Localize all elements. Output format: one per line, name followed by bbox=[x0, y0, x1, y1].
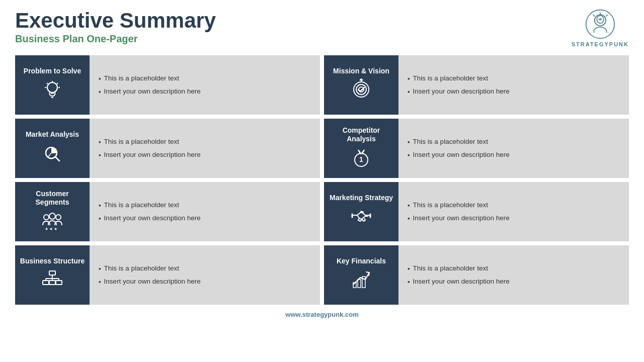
card-label-market-analysis: Market Analysis bbox=[15, 119, 90, 178]
list-item: This is a placeholder text bbox=[408, 74, 620, 82]
list-item: This is a placeholder text bbox=[99, 264, 311, 273]
page-subtitle: Business Plan One-Pager bbox=[15, 33, 216, 45]
card-title-competitor-analysis: Competitor Analysis bbox=[328, 126, 394, 143]
list-item: Insert your own description here bbox=[408, 151, 620, 159]
svg-line-3 bbox=[593, 15, 594, 16]
card-title-mission-vision: Mission & Vision bbox=[333, 67, 389, 75]
card-problem-to-solve: Problem to Solve bbox=[15, 55, 320, 115]
list-item: This is a placeholder text bbox=[99, 138, 311, 146]
list-item: This is a placeholder text bbox=[408, 138, 620, 146]
svg-text:★ ★ ★: ★ ★ ★ bbox=[45, 227, 57, 231]
right-column: Mission & Vision bbox=[324, 55, 629, 305]
header-left: Executive Summary Business Plan One-Page… bbox=[15, 9, 216, 45]
card-title-customer-segments: Customer Segments bbox=[19, 190, 86, 207]
card-key-financials: Key Financials bbox=[324, 245, 629, 305]
card-mission-vision: Mission & Vision bbox=[324, 55, 629, 115]
chart-search-icon bbox=[41, 142, 63, 166]
svg-point-19 bbox=[44, 215, 49, 220]
list-item: Insert your own description here bbox=[408, 87, 620, 96]
list-item: Insert your own description here bbox=[99, 278, 311, 286]
main-grid: Problem to Solve bbox=[0, 51, 644, 309]
card-label-marketing-strategy: Marketing Strategy bbox=[324, 182, 398, 241]
svg-text:1: 1 bbox=[359, 155, 363, 163]
card-content-business-structure: This is a placeholder text Insert your o… bbox=[90, 245, 320, 305]
target-icon bbox=[350, 78, 372, 103]
list-item: Insert your own description here bbox=[99, 214, 311, 222]
list-item: This is a placeholder text bbox=[408, 201, 620, 209]
page-container: Executive Summary Business Plan One-Page… bbox=[0, 0, 644, 319]
card-label-competitor-analysis: Competitor Analysis 1 bbox=[324, 119, 398, 178]
svg-rect-29 bbox=[43, 281, 49, 285]
svg-line-4 bbox=[606, 15, 607, 16]
card-content-problem-to-solve: This is a placeholder text Insert your o… bbox=[90, 55, 320, 115]
svg-rect-23 bbox=[49, 271, 55, 275]
card-title-business-structure: Business Structure bbox=[20, 257, 85, 265]
header: Executive Summary Business Plan One-Page… bbox=[0, 0, 644, 51]
card-label-key-financials: Key Financials bbox=[324, 245, 398, 305]
card-label-customer-segments: Customer Segments ★ ★ ★ bbox=[15, 182, 90, 241]
page-title: Executive Summary bbox=[15, 9, 216, 32]
svg-point-20 bbox=[49, 213, 55, 219]
left-column: Problem to Solve bbox=[15, 55, 320, 305]
card-title-marketing-strategy: Marketing Strategy bbox=[330, 194, 393, 202]
card-content-mission-vision: This is a placeholder text Insert your o… bbox=[398, 55, 629, 115]
list-item: This is a placeholder text bbox=[99, 201, 311, 209]
list-item: This is a placeholder text bbox=[408, 264, 620, 273]
card-content-competitor-analysis: This is a placeholder text Insert your o… bbox=[398, 119, 629, 178]
logo-area: STRATEGYPUNK bbox=[572, 9, 629, 47]
card-competitor-analysis: Competitor Analysis 1 bbox=[324, 119, 629, 178]
card-label-mission-vision: Mission & Vision bbox=[324, 55, 398, 115]
footer: www.strategypunk.com bbox=[0, 309, 644, 319]
org-chart-icon bbox=[41, 268, 63, 293]
card-label-business-structure: Business Structure bbox=[15, 245, 90, 305]
card-customer-segments: Customer Segments ★ ★ ★ bbox=[15, 182, 320, 241]
card-content-key-financials: This is a placeholder text Insert your o… bbox=[398, 245, 629, 305]
svg-line-10 bbox=[47, 83, 48, 84]
list-item: Insert your own description here bbox=[99, 87, 311, 96]
list-item: Insert your own description here bbox=[408, 214, 620, 222]
list-item: This is a placeholder text bbox=[99, 74, 311, 82]
footer-url: www.strategypunk.com bbox=[285, 311, 358, 318]
strategypunk-logo-icon bbox=[585, 9, 615, 39]
svg-line-11 bbox=[57, 83, 58, 84]
card-content-marketing-strategy: This is a placeholder text Insert your o… bbox=[398, 182, 629, 241]
list-item: Insert your own description here bbox=[408, 278, 620, 286]
svg-rect-41 bbox=[358, 280, 361, 288]
growth-chart-icon bbox=[350, 268, 372, 293]
svg-rect-31 bbox=[56, 281, 62, 285]
card-market-analysis: Market Analysis This bbox=[15, 119, 320, 178]
svg-rect-30 bbox=[49, 281, 55, 285]
people-stars-icon: ★ ★ ★ bbox=[41, 209, 63, 234]
card-label-problem-to-solve: Problem to Solve bbox=[15, 55, 90, 115]
handshake-icon bbox=[350, 205, 372, 230]
card-marketing-strategy: Marketing Strategy bbox=[324, 182, 629, 241]
card-content-customer-segments: This is a placeholder text Insert your o… bbox=[90, 182, 320, 241]
card-business-structure: Business Structure bbox=[15, 245, 320, 305]
svg-point-21 bbox=[56, 215, 61, 220]
logo-text: STRATEGYPUNK bbox=[572, 41, 629, 47]
svg-point-6 bbox=[47, 82, 57, 93]
card-title-key-financials: Key Financials bbox=[337, 257, 386, 265]
card-content-market-analysis: This is a placeholder text Insert your o… bbox=[90, 119, 320, 178]
lightbulb-icon bbox=[41, 78, 63, 103]
list-item: Insert your own description here bbox=[99, 151, 311, 159]
svg-line-17 bbox=[55, 157, 59, 161]
card-title-market-analysis: Market Analysis bbox=[26, 130, 79, 139]
card-title-problem-to-solve: Problem to Solve bbox=[24, 67, 81, 75]
medal-icon: 1 bbox=[350, 146, 372, 170]
